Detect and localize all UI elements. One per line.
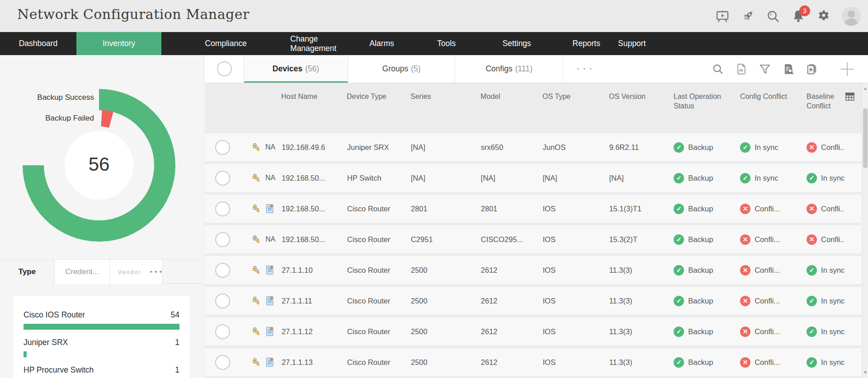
host-name-cell[interactable]: 27.1.1.11 [282,297,347,305]
baseline-conflict-label[interactable]: In sync [821,358,844,367]
tabs-more-button[interactable]: • • • [563,55,607,83]
host-name-cell[interactable]: 27.1.1.10 [282,266,347,275]
tab-devices[interactable]: Devices(56) [244,55,348,83]
column-header[interactable]: Device Type [347,92,410,133]
sidebar-tab[interactable]: Vendor [110,260,150,284]
baseline-conflict-label[interactable]: In sync [821,266,844,275]
baseline-conflict-label[interactable]: In sync [821,327,844,336]
last-operation-status-icon [674,327,684,337]
nav-item[interactable]: Inventory [76,32,161,55]
host-name-cell[interactable]: 192.168.50... [282,235,347,244]
scrollbar-up-arrow[interactable]: ▲ [862,85,868,92]
table-row[interactable]: 27.1.1.11 Cisco Router 2500 2612 IOS 11.… [205,287,862,315]
host-name-cell[interactable]: 27.1.1.13 [282,358,347,367]
content-tabs-row: Devices(56) Groups(5) Configs(111) • • • [205,55,868,83]
column-chooser-grid-icon[interactable] [844,91,855,102]
nav-item[interactable]: Settings [479,32,555,55]
table-row[interactable]: NA 192.168.49.6 Juniper SRX [NA] srx650 … [205,133,862,161]
config-conflict-label[interactable]: Confli... [755,327,780,336]
global-search-icon[interactable] [766,9,780,23]
row-radio[interactable] [215,294,230,308]
baseline-conflict-label[interactable]: Confli.. [821,143,844,152]
table-row[interactable]: 27.1.1.10 Cisco Router 2500 2612 IOS 11.… [205,256,862,284]
host-name-cell[interactable]: 27.1.1.12 [282,327,347,336]
add-device-plus-icon[interactable] [839,61,855,77]
row-radio[interactable] [215,324,230,339]
column-header[interactable]: Host Name [281,92,347,133]
os-version-cell: 11.3(3) [609,358,674,367]
host-name-cell[interactable]: 192.168.50... [282,205,347,213]
row-radio[interactable] [215,201,230,216]
sidebar-tab[interactable]: • • • [150,260,162,284]
presentation-icon[interactable] [715,9,730,23]
vertical-scrollbar[interactable]: ▲ ▼ [862,83,868,378]
table-row[interactable]: NA 192.168.50... HP Switch [NA] [NA] [NA… [205,164,862,192]
config-search-icon[interactable] [782,63,795,75]
device-type-cell: Cisco Router [347,327,411,336]
device-type-item[interactable]: HP Procurve Switch 1 [24,357,179,378]
row-radio[interactable] [215,140,230,155]
column-header[interactable]: Last Operation Status [674,92,740,133]
scrollbar-thumb[interactable] [863,108,868,168]
tab-configs[interactable]: Configs(111) [455,55,563,83]
donut-segment-failed[interactable] [101,110,113,128]
config-conflict-label[interactable]: Confli... [755,297,780,305]
nav-item[interactable]: Tools [414,32,479,55]
config-conflict-label[interactable]: Confli... [755,358,780,367]
config-conflict-label[interactable]: Confli... [755,266,780,275]
select-all-radio[interactable] [217,61,232,76]
row-radio[interactable] [215,355,230,370]
scrollbar-down-arrow[interactable]: ▼ [862,369,868,376]
device-type-label: Cisco IOS Router [24,310,85,320]
nav-item[interactable]: Alarms [349,32,414,55]
table-row[interactable]: 27.1.1.13 Cisco Router 2500 2612 IOS 11.… [205,348,862,376]
sidebar-tab[interactable]: Type [0,260,55,284]
gear-icon[interactable] [816,9,831,23]
device-type-item[interactable]: Cisco IOS Router 54 [24,302,179,330]
config-conflict-label[interactable]: In sync [755,143,778,152]
last-operation-status-icon [674,142,684,153]
tab-groups[interactable]: Groups(5) [348,55,455,83]
nav-item[interactable]: Reports [555,32,618,55]
user-avatar[interactable] [842,7,861,26]
baseline-conflict-status-icon [807,327,817,337]
host-name-cell[interactable]: 192.168.49.6 [282,143,347,152]
config-conflict-label[interactable]: Confli... [755,235,780,244]
export-pdf-icon[interactable] [735,63,748,75]
add-config-icon[interactable] [806,63,818,75]
baseline-conflict-label[interactable]: Confli.. [821,235,844,244]
row-radio[interactable] [215,263,230,278]
notifications-bell-icon[interactable]: 3 [791,9,806,23]
row-radio[interactable] [215,171,230,186]
column-header[interactable]: Config Conflict [740,92,807,133]
baseline-conflict-label[interactable]: Confli.. [821,205,844,213]
header-icons: 3 [715,0,861,32]
os-version-cell: 15.3(2)T [609,235,674,244]
last-operation-status-icon [674,296,684,306]
table-row[interactable]: 27.1.1.12 Cisco Router 2500 2612 IOS 11.… [205,317,862,345]
nav-item[interactable]: Dashboard [0,32,76,55]
column-header[interactable]: Series [410,92,481,133]
column-header[interactable]: OS Type [542,92,609,133]
column-header[interactable]: Model [481,92,542,133]
column-header[interactable]: OS Version [609,92,674,133]
nav-item[interactable]: Support [618,32,646,55]
nav-item[interactable]: Compliance [161,32,290,55]
notification-badge: 3 [799,5,810,16]
sidebar-tab[interactable]: Credent... [55,260,110,284]
search-icon[interactable] [712,63,724,75]
last-operation-status-label: Backup [688,235,713,244]
nav-item[interactable]: Change Management [290,32,349,55]
device-type-item[interactable]: Juniper SRX 1 [24,330,179,357]
baseline-conflict-label[interactable]: In sync [821,297,844,305]
config-conflict-label[interactable]: Confli... [755,205,780,213]
table-row[interactable]: NA 192.168.50... Cisco Router C2951 CISC… [205,225,862,253]
getting-started-rocket-icon[interactable] [741,9,755,23]
last-operation-status-icon [674,204,684,214]
baseline-conflict-label[interactable]: In sync [821,174,844,182]
host-name-cell[interactable]: 192.168.50... [282,174,347,182]
table-row[interactable]: 192.168.50... Cisco Router 2801 2801 IOS… [205,195,862,223]
row-radio[interactable] [215,232,230,247]
config-conflict-label[interactable]: In sync [755,174,778,182]
filter-icon[interactable] [759,63,771,75]
